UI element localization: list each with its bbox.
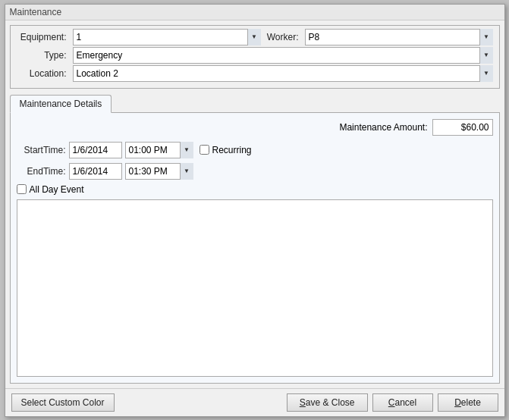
tabs-section: Maintenance Details Maintenance Amount: … xyxy=(10,95,500,384)
tab-maintenance-details[interactable]: Maintenance Details xyxy=(10,95,112,113)
starttime-recurring-row: StartTime: 01:00 PM ▼ Recurring xyxy=(17,142,493,158)
location-dropdown-wrapper: Location 2 ▼ xyxy=(73,65,493,82)
endtime-label: EndTime: xyxy=(17,166,66,177)
save-close-label: Save & Close xyxy=(300,397,355,408)
maintenance-window: Maintenance Equipment: 1 ▼ Worker: P8 xyxy=(5,4,505,417)
end-time-select[interactable]: 01:30 PM xyxy=(125,163,193,180)
equipment-worker-row: Equipment: 1 ▼ Worker: P8 ▼ xyxy=(17,29,493,45)
tab-content: Maintenance Amount: StartTime: 01:00 PM … xyxy=(10,112,500,384)
location-row: Location: Location 2 ▼ xyxy=(17,65,493,82)
starttime-row: StartTime: 01:00 PM ▼ xyxy=(17,142,193,158)
equipment-select[interactable]: 1 xyxy=(73,29,261,45)
cancel-label: Cancel xyxy=(388,397,416,408)
location-select[interactable]: Location 2 xyxy=(73,65,493,82)
delete-button[interactable]: Delete xyxy=(438,393,498,412)
save-underline-s: S xyxy=(300,397,306,408)
window-footer: Select Custom Color Save & Close Cancel … xyxy=(5,388,504,416)
type-select[interactable]: Emergency xyxy=(73,47,493,64)
window-title-text: Maintenance xyxy=(10,7,62,17)
top-fields-group: Equipment: 1 ▼ Worker: P8 ▼ Type: xyxy=(10,25,500,89)
maintenance-amount-label: Maintenance Amount: xyxy=(339,122,427,133)
all-day-checkbox[interactable] xyxy=(17,184,27,194)
custom-color-button[interactable]: Select Custom Color xyxy=(11,393,115,412)
start-time-select[interactable]: 01:00 PM xyxy=(125,142,193,158)
delete-label: Delete xyxy=(454,397,481,408)
end-time-dropdown-wrapper: 01:30 PM ▼ xyxy=(125,163,193,180)
tab-header: Maintenance Details xyxy=(10,95,500,113)
window-body: Equipment: 1 ▼ Worker: P8 ▼ Type: xyxy=(5,20,504,388)
maintenance-amount-input[interactable] xyxy=(432,119,493,136)
location-label: Location: xyxy=(17,68,70,79)
equipment-label: Equipment: xyxy=(17,32,70,42)
custom-color-label: Select Custom Color xyxy=(21,397,105,408)
cancel-underline-c: C xyxy=(388,397,395,408)
recurring-checkbox[interactable] xyxy=(200,145,209,155)
end-date-input[interactable] xyxy=(69,163,122,180)
worker-select[interactable]: P8 xyxy=(305,29,493,45)
footer-left: Select Custom Color xyxy=(11,393,282,412)
start-time-dropdown-wrapper: 01:00 PM ▼ xyxy=(125,142,193,158)
equipment-dropdown-wrapper: 1 ▼ xyxy=(73,29,261,45)
start-date-input[interactable] xyxy=(69,142,122,158)
delete-underline-d: D xyxy=(454,397,461,408)
all-day-row: All Day Event xyxy=(17,184,493,195)
type-label: Type: xyxy=(17,50,70,61)
save-close-button[interactable]: Save & Close xyxy=(287,393,368,412)
all-day-label: All Day Event xyxy=(30,184,84,195)
endtime-row: EndTime: 01:30 PM ▼ xyxy=(17,163,493,180)
maintenance-amount-row: Maintenance Amount: xyxy=(17,119,493,136)
recurring-section: Recurring xyxy=(200,145,252,155)
type-dropdown-wrapper: Emergency ▼ xyxy=(73,47,493,64)
notes-textarea[interactable] xyxy=(17,199,493,377)
worker-dropdown-wrapper: P8 ▼ xyxy=(305,29,493,45)
cancel-button[interactable]: Cancel xyxy=(372,393,433,412)
starttime-label: StartTime: xyxy=(17,145,66,155)
type-row: Type: Emergency ▼ xyxy=(17,47,493,64)
worker-label: Worker: xyxy=(264,32,302,42)
window-title: Maintenance xyxy=(5,5,504,20)
tab-maintenance-details-label: Maintenance Details xyxy=(20,99,102,109)
footer-buttons: Save & Close Cancel Delete xyxy=(287,393,498,412)
recurring-label: Recurring xyxy=(212,145,252,155)
